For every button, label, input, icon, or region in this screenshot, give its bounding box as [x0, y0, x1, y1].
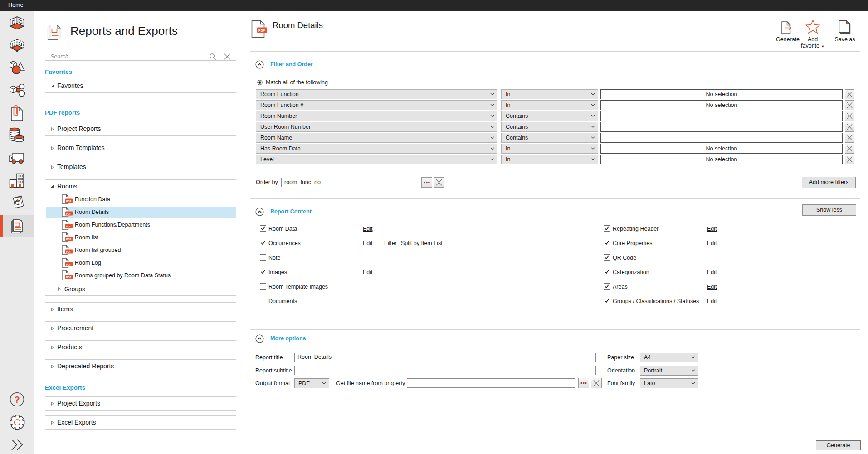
svg-text:?: ?	[14, 394, 20, 405]
svg-text:PDF: PDF	[258, 29, 265, 32]
